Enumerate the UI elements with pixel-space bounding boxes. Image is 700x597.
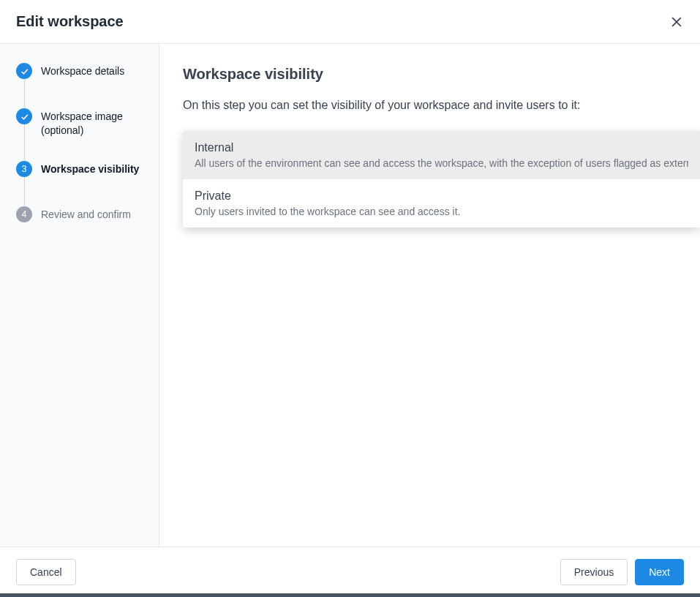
- check-icon: [16, 63, 32, 79]
- main-panel: Workspace visibility On this step you ca…: [159, 44, 700, 547]
- step-number-icon: 4: [16, 206, 32, 222]
- option-description: All users of the environment can see and…: [195, 157, 688, 169]
- wizard-step-label: Workspace image (optional): [41, 108, 148, 138]
- modal-body: Workspace details Workspace image (optio…: [0, 44, 700, 547]
- cancel-button[interactable]: Cancel: [16, 559, 76, 585]
- wizard-step-visibility[interactable]: 3 Workspace visibility: [16, 161, 148, 206]
- option-title: Private: [195, 189, 688, 203]
- wizard-sidebar: Workspace details Workspace image (optio…: [0, 44, 159, 547]
- check-icon: [16, 108, 32, 124]
- wizard-step-image[interactable]: Workspace image (optional): [16, 108, 148, 161]
- modal-header: Edit workspace: [0, 0, 700, 44]
- page-description: On this step you can set the visibility …: [183, 99, 700, 112]
- next-button[interactable]: Next: [635, 559, 684, 585]
- wizard-step-details[interactable]: Workspace details: [16, 63, 148, 108]
- step-number-icon: 3: [16, 161, 32, 177]
- option-description: Only users invited to the workspace can …: [195, 206, 688, 217]
- visibility-option-private[interactable]: Private Only users invited to the worksp…: [183, 179, 700, 228]
- modal-title: Edit workspace: [16, 13, 124, 30]
- wizard-step-label: Review and confirm: [41, 206, 131, 222]
- wizard-step-label: Workspace visibility: [41, 161, 139, 176]
- visibility-options: Internal All users of the environment ca…: [183, 131, 700, 228]
- page-title: Workspace visibility: [183, 66, 700, 83]
- wizard-step-label: Workspace details: [41, 63, 124, 78]
- previous-button[interactable]: Previous: [560, 559, 628, 585]
- option-title: Internal: [195, 141, 688, 154]
- wizard-step-review[interactable]: 4 Review and confirm: [16, 206, 148, 222]
- close-icon[interactable]: [669, 15, 684, 29]
- modal-footer: Cancel Previous Next: [0, 547, 700, 597]
- visibility-option-internal[interactable]: Internal All users of the environment ca…: [183, 131, 700, 179]
- edit-workspace-modal: Edit workspace Workspace details: [0, 0, 700, 597]
- bottom-edge: [0, 593, 700, 597]
